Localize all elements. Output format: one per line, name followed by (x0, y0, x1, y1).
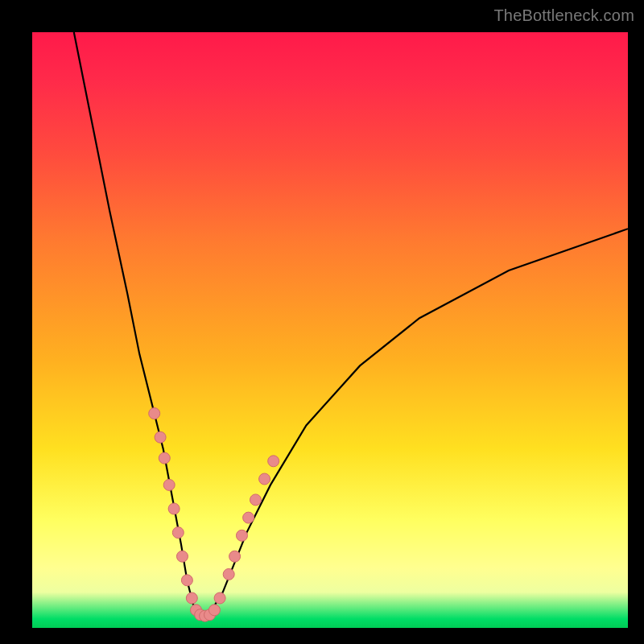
data-marker (168, 503, 180, 514)
data-marker (186, 592, 197, 604)
marker-group (149, 408, 279, 622)
data-marker (229, 551, 241, 562)
data-marker (250, 494, 262, 506)
curve-layer (32, 32, 628, 628)
data-marker (236, 530, 247, 541)
data-marker (259, 473, 270, 485)
data-marker (155, 431, 166, 443)
data-marker (172, 527, 184, 539)
data-marker (159, 452, 170, 464)
data-marker (268, 456, 279, 467)
data-marker (223, 568, 234, 580)
data-marker (243, 512, 254, 523)
data-marker (214, 592, 225, 604)
data-marker (176, 551, 188, 562)
data-marker (149, 408, 160, 419)
data-marker (181, 575, 192, 586)
bottleneck-curve (74, 32, 628, 616)
data-marker (163, 479, 175, 490)
data-marker (208, 605, 220, 616)
chart-stage: TheBottleneck.com (0, 0, 644, 644)
watermark-text: TheBottleneck.com (493, 6, 634, 25)
plot-area (32, 32, 628, 628)
